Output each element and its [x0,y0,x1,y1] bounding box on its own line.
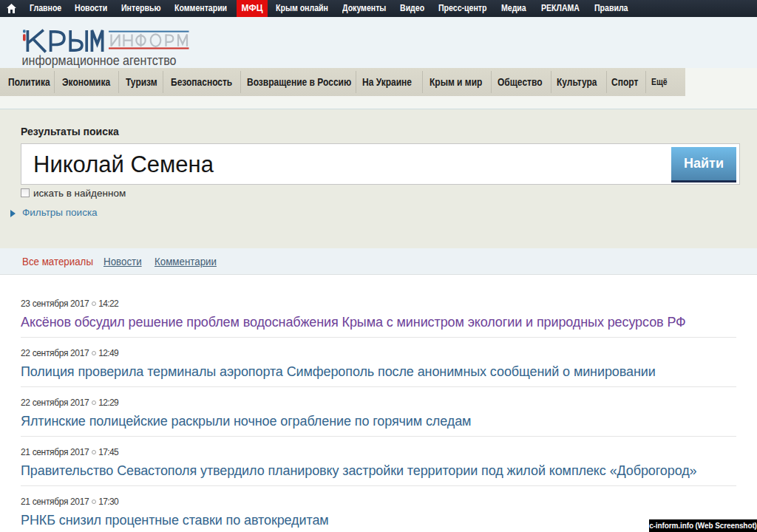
svg-text:информационное агентство: информационное агентство [22,52,177,68]
